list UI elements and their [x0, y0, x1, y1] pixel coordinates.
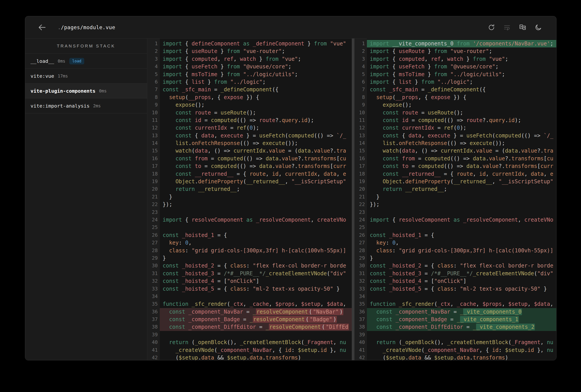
transform-stack-item[interactable]: vite-plugin-components0ms: [25, 84, 147, 98]
code-line: 24import { resolveComponent as _resolveC…: [147, 216, 352, 224]
line-number: 42: [354, 354, 367, 360]
line-number: 2: [354, 48, 367, 55]
code-text: [160, 293, 352, 300]
line-number: 34: [147, 293, 160, 300]
side-by-side-button[interactable]: [519, 24, 526, 31]
line-number: 35: [147, 300, 160, 308]
code-text: const _hoisted_2 = { class: "flex flex-c…: [367, 262, 556, 270]
code-line: 23: [354, 208, 556, 216]
line-number: 24: [354, 216, 367, 224]
code-text: import { msToTime } from "../logic/utils…: [160, 70, 352, 78]
code-text: }: [160, 254, 352, 262]
line-number: 11: [147, 116, 160, 124]
code-line: 4import { useFetch } from "@vueuse/core"…: [354, 63, 556, 70]
line-number: 25: [147, 224, 160, 231]
diff-view: 1import { defineComponent as _defineComp…: [147, 38, 556, 360]
code-line: 31const _hoisted_3 = /*#__PURE__*/_creat…: [147, 270, 352, 277]
code-text: const _component_DiffEditor = _resolveCo…: [160, 323, 352, 331]
code-line: 26const _hoisted_1 = {: [147, 232, 352, 239]
code-line: 22});: [147, 201, 352, 208]
code-line: 28 class: "grid grid-cols-[300px,3fr] h-…: [147, 247, 352, 254]
arrow-left-icon: [38, 28, 46, 33]
code-line: 22});: [354, 201, 556, 208]
line-number: 36: [354, 308, 367, 316]
transform-stack-item[interactable]: vite:import-analysis2ms: [25, 98, 147, 113]
code-line: 34: [354, 293, 556, 300]
code-line: 28 class: "grid grid-cols-[300px,3fr] h-…: [354, 247, 556, 254]
code-text: setup(__props, { expose }) {: [160, 94, 352, 101]
line-number: 38: [354, 323, 367, 331]
code-text: const _hoisted_1 = {: [367, 232, 556, 239]
code-text: return (_openBlock(), _createElementBloc…: [367, 338, 556, 346]
code-line: 8 setup(__props, { expose }) {: [147, 94, 352, 101]
code-text: expose();: [160, 101, 352, 109]
line-number: 12: [354, 124, 367, 132]
code-text: const __returned__ = { route, id, curren…: [367, 170, 556, 178]
line-number: 17: [354, 162, 367, 170]
diff-pane-before[interactable]: 1import { defineComponent as _defineComp…: [147, 38, 352, 360]
code-text: const currentIdx = ref(0);: [160, 124, 352, 132]
line-wrap-icon: [503, 28, 511, 32]
code-line: 18 const __returned__ = { route, id, cur…: [147, 170, 352, 178]
code-line: 41 _createVNode(_component_NavBar, { id:…: [147, 346, 352, 354]
line-number: 41: [354, 346, 367, 354]
line-number: 33: [354, 285, 367, 293]
code-text: const _hoisted_1 = {: [160, 232, 352, 239]
line-wrap-button[interactable]: [503, 24, 511, 31]
pane-scrollbar[interactable]: [352, 38, 354, 360]
line-number: 14: [147, 140, 160, 147]
refresh-button[interactable]: [488, 24, 495, 31]
line-number: 20: [354, 185, 367, 193]
code-text: [367, 331, 556, 338]
line-number: 13: [354, 132, 367, 140]
code-line: 29}: [147, 254, 352, 262]
code-text: _createVNode(_component_NavBar, { id: $s…: [160, 346, 352, 354]
line-number: 7: [147, 86, 160, 93]
code-line: 19 Object.defineProperty(__returned__, "…: [147, 178, 352, 185]
line-number: 14: [354, 140, 367, 147]
code-text: list.onFetchResponse(() => execute());: [367, 140, 556, 147]
code-line: 27 key: 0,: [354, 239, 556, 246]
line-number: 16: [147, 155, 160, 162]
code-line: 3import { computed, ref, watch } from "v…: [354, 55, 556, 63]
dark-mode-toggle[interactable]: [534, 24, 542, 31]
code-line: 1import __vite_components_0 from '/compo…: [354, 40, 556, 48]
line-number: 21: [147, 193, 160, 201]
code-line: 18 const __returned__ = { route, id, cur…: [354, 170, 556, 178]
diff-removed-highlight: "DiffEd: [326, 324, 349, 330]
top-bar: ./pages/module.vue: [25, 16, 556, 38]
line-number: 27: [354, 239, 367, 246]
transform-stack-item[interactable]: __load__0msload: [25, 54, 147, 68]
back-button[interactable]: [38, 23, 46, 32]
code-text: return __returned__;: [367, 185, 556, 193]
code-text: ($setup.data && $setup.data.transforms): [367, 354, 556, 360]
code-text: import { resolveComponent as _resolveCom…: [367, 216, 556, 224]
refresh-icon: [488, 28, 495, 32]
code-text: const _hoisted_3 = /*#__PURE__*/_createE…: [367, 270, 556, 277]
code-line: 15 watch(data, () => currentIdx.value = …: [147, 147, 352, 154]
code-text: import { computed, ref, watch } from "vu…: [367, 55, 556, 63]
line-number: 7: [354, 86, 367, 93]
code-line: 33const _hoisted_5 = { class: "ml-2 text…: [147, 285, 352, 293]
code-line: 29}: [354, 254, 556, 262]
code-text: import { useFetch } from "@vueuse/core";: [160, 63, 352, 70]
code-text: const _hoisted_4 = ["onClick"]: [367, 277, 556, 285]
code-line: 38 const _component_DiffEditor = __vite_…: [354, 323, 556, 331]
line-number: 23: [147, 208, 160, 216]
line-number: 22: [354, 201, 367, 208]
line-number: 9: [354, 101, 367, 109]
line-number: 9: [147, 101, 160, 109]
code-line: 24import { resolveComponent as _resolveC…: [354, 216, 556, 224]
diff-pane-after[interactable]: 1import __vite_components_0 from '/compo…: [354, 38, 556, 360]
inspector-window: ./pages/module.vue: [25, 16, 556, 360]
moon-icon: [534, 28, 542, 32]
line-number: 8: [354, 94, 367, 101]
transform-stack-item[interactable]: vite:vue17ms: [25, 68, 147, 84]
code-line: 2import { useRoute } from "vue-router";: [354, 48, 556, 55]
code-text: const to = computed(() => data.value?.tr…: [367, 162, 556, 170]
diff-removed-highlight: "NavBar": [312, 308, 339, 315]
code-text: }: [367, 254, 556, 262]
code-text: function _sfc_render(_ctx, _cache, $prop…: [160, 300, 352, 308]
plugin-name: __load__: [30, 58, 54, 64]
line-number: 22: [147, 201, 160, 208]
